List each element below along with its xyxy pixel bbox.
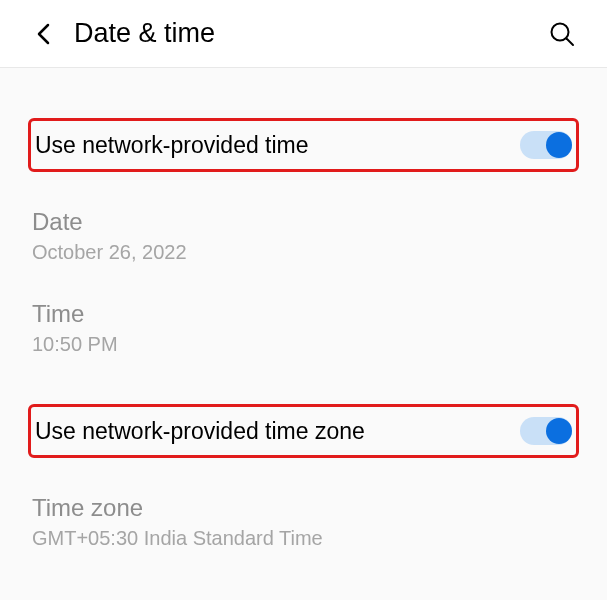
network-time-label: Use network-provided time: [35, 132, 309, 159]
search-icon[interactable]: [547, 19, 577, 49]
time-value: 10:50 PM: [32, 333, 575, 356]
date-title: Date: [32, 208, 575, 236]
network-time-row[interactable]: Use network-provided time: [28, 118, 579, 172]
content: Use network-provided time Date October 2…: [0, 68, 607, 550]
header: Date & time: [0, 0, 607, 68]
back-icon[interactable]: [30, 21, 56, 47]
svg-line-1: [567, 38, 574, 45]
network-timezone-label: Use network-provided time zone: [35, 418, 365, 445]
network-timezone-switch[interactable]: [520, 417, 572, 445]
switch-thumb: [546, 132, 572, 158]
switch-thumb: [546, 418, 572, 444]
timezone-title: Time zone: [32, 494, 575, 522]
time-item: Time 10:50 PM: [28, 300, 579, 356]
network-timezone-row[interactable]: Use network-provided time zone: [28, 404, 579, 458]
timezone-value: GMT+05:30 India Standard Time: [32, 527, 575, 550]
date-item: Date October 26, 2022: [28, 208, 579, 264]
page-title: Date & time: [74, 18, 547, 49]
timezone-item: Time zone GMT+05:30 India Standard Time: [28, 494, 579, 550]
time-title: Time: [32, 300, 575, 328]
network-time-switch[interactable]: [520, 131, 572, 159]
date-value: October 26, 2022: [32, 241, 575, 264]
